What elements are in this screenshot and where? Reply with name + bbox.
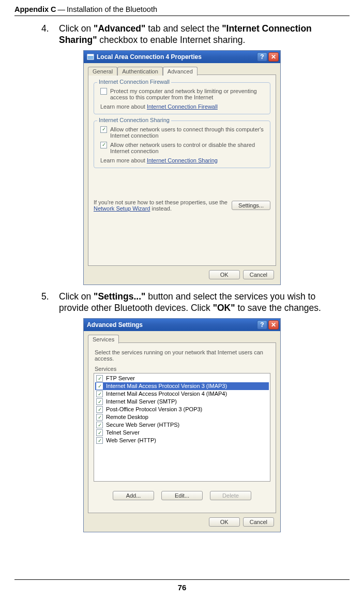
step-number: 5. — [41, 291, 59, 314]
group-sharing: Internet Connection Sharing ✓ Allow othe… — [94, 121, 270, 168]
group-legend: Internet Connection Firewall — [97, 79, 171, 85]
help-button[interactable]: ? — [257, 320, 267, 330]
service-name: Remote Desktop — [106, 414, 148, 420]
service-name: Secure Web Server (HTTPS) — [106, 422, 179, 428]
ok-button[interactable]: OK — [209, 270, 240, 279]
cancel-button[interactable]: Cancel — [243, 517, 274, 527]
cancel-button[interactable]: Cancel — [243, 270, 274, 279]
service-checkbox[interactable]: ✓ — [96, 422, 103, 428]
service-name: FTP Server — [106, 375, 135, 381]
tab-general[interactable]: General — [88, 67, 117, 76]
dialog-title: Local Area Connection 4 Properties — [97, 53, 202, 61]
service-row[interactable]: ✓Internet Mail Access Protocol Version 3… — [95, 382, 269, 390]
service-checkbox[interactable]: ✓ — [96, 406, 103, 413]
header-rule — [14, 16, 350, 16]
page-number: 76 — [0, 583, 364, 592]
services-description: Select the services running on your netw… — [95, 349, 269, 362]
tab-authentication[interactable]: Authentication — [117, 67, 163, 76]
service-checkbox[interactable]: ✓ — [96, 398, 103, 405]
hint-text: If you're not sure how to set these prop… — [94, 199, 228, 212]
service-checkbox[interactable]: ✓ — [96, 414, 103, 421]
settings-button[interactable]: Settings... — [232, 201, 270, 210]
tab-strip: Services — [88, 334, 276, 343]
checkbox-firewall-protect[interactable] — [100, 88, 107, 95]
tab-panel-advanced: Internet Connection Firewall Protect my … — [88, 74, 276, 266]
ok-button[interactable]: OK — [209, 517, 240, 527]
service-checkbox[interactable]: ✓ — [96, 391, 103, 397]
service-name: Internet Mail Server (SMTP) — [106, 398, 177, 405]
service-row[interactable]: ✓Internet Mail Server (SMTP) — [95, 398, 269, 406]
titlebar[interactable]: Local Area Connection 4 Properties ? ✕ — [84, 51, 280, 63]
service-checkbox[interactable]: ✓ — [96, 429, 103, 436]
service-row[interactable]: ✓Web Server (HTTP) — [95, 437, 269, 444]
tab-services[interactable]: Services — [88, 335, 119, 343]
services-label: Services — [95, 366, 269, 372]
checkbox-label: Allow other network users to control or … — [110, 142, 266, 154]
checkbox-allow-connect[interactable]: ✓ — [100, 126, 107, 133]
link-sharing[interactable]: Internet Connection Sharing — [147, 157, 218, 163]
checkbox-label: Allow other network users to connect thr… — [110, 126, 266, 139]
service-checkbox[interactable]: ✓ — [96, 383, 103, 390]
delete-button[interactable]: Delete — [210, 491, 251, 500]
learn-more-row: Learn more about Internet Connection Fir… — [100, 103, 266, 110]
link-wizard[interactable]: Network Setup Wizard — [94, 205, 150, 212]
add-button[interactable]: Add... — [113, 491, 154, 500]
properties-dialog: Local Area Connection 4 Properties ? ✕ G… — [83, 50, 281, 285]
svg-rect-1 — [87, 54, 94, 56]
service-name: Post-Office Protocol Version 3 (POP3) — [106, 406, 202, 412]
footer-rule — [14, 579, 350, 580]
group-legend: Internet Connection Sharing — [97, 117, 171, 123]
dialog-button-row: OK Cancel — [88, 266, 276, 280]
tab-advanced[interactable]: Advanced — [163, 67, 198, 76]
service-row[interactable]: ✓Post-Office Protocol Version 3 (POP3) — [95, 406, 269, 413]
tab-strip: General Authentication Advanced — [88, 66, 276, 75]
checkbox-allow-control[interactable]: ✓ — [100, 142, 107, 148]
help-button[interactable]: ? — [257, 52, 267, 62]
dialog-button-row: OK Cancel — [88, 513, 276, 528]
service-row[interactable]: ✓FTP Server — [95, 375, 269, 382]
dialog-title: Advanced Settings — [87, 321, 143, 328]
close-button[interactable]: ✕ — [268, 320, 279, 330]
header-sep: — — [56, 5, 67, 13]
service-name: Internet Mail Access Protocol Version 4 … — [106, 391, 227, 397]
step-body: Click on "Settings..." button and select… — [59, 291, 344, 314]
learn-more-row: Learn more about Internet Connection Sha… — [100, 157, 266, 163]
services-listbox[interactable]: ✓FTP Server✓Internet Mail Access Protoco… — [94, 373, 270, 482]
tab-panel-services: Select the services running on your netw… — [88, 342, 276, 513]
service-checkbox[interactable]: ✓ — [96, 437, 103, 444]
step-body: Click on "Advanced" tab and select the "… — [59, 23, 344, 46]
titlebar[interactable]: Advanced Settings ? ✕ — [84, 319, 280, 331]
step-5: 5. Click on "Settings..." button and sel… — [41, 291, 344, 314]
page-header: Appendix C—Installation of the Bluetooth — [14, 5, 350, 16]
window-icon — [87, 53, 94, 61]
step-number: 4. — [41, 23, 59, 46]
close-button[interactable]: ✕ — [268, 52, 279, 62]
service-row[interactable]: ✓Internet Mail Access Protocol Version 4… — [95, 390, 269, 398]
step-4: 4. Click on "Advanced" tab and select th… — [41, 23, 344, 46]
header-title: Installation of the Bluetooth — [67, 5, 157, 13]
appendix-label: Appendix C — [14, 5, 56, 13]
link-firewall[interactable]: Internet Connection Firewall — [147, 103, 218, 110]
service-row[interactable]: ✓Telnet Server — [95, 429, 269, 437]
service-checkbox[interactable]: ✓ — [96, 375, 103, 382]
group-firewall: Internet Connection Firewall Protect my … — [94, 82, 270, 114]
advanced-settings-dialog: Advanced Settings ? ✕ Services Select th… — [83, 318, 281, 532]
service-row[interactable]: ✓Remote Desktop — [95, 413, 269, 421]
service-name: Internet Mail Access Protocol Version 3 … — [106, 383, 227, 389]
service-name: Web Server (HTTP) — [106, 437, 156, 443]
checkbox-label: Protect my computer and network by limit… — [110, 88, 266, 100]
edit-button[interactable]: Edit... — [161, 491, 203, 500]
service-name: Telnet Server — [106, 429, 140, 436]
service-row[interactable]: ✓Secure Web Server (HTTPS) — [95, 421, 269, 429]
